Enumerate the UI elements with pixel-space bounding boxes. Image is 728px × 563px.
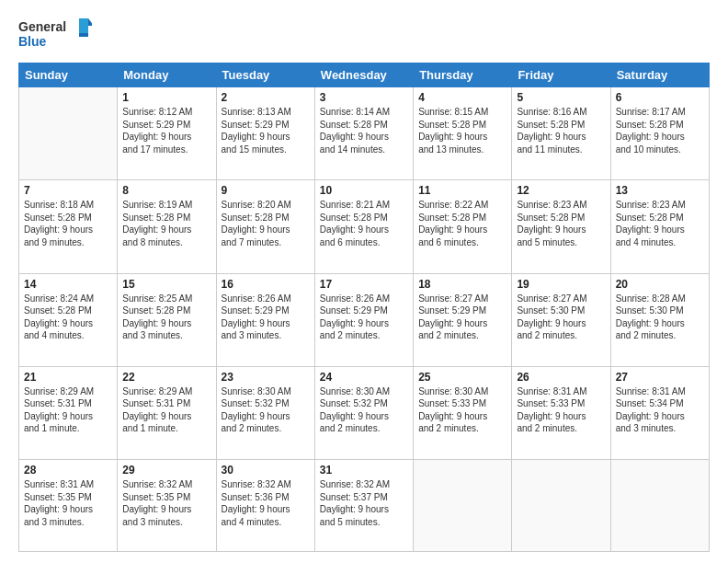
day-info: Sunrise: 8:27 AMSunset: 5:30 PMDaylight:… [517, 293, 605, 342]
day-number: 22 [122, 371, 210, 384]
calendar-cell: 1Sunrise: 8:12 AMSunset: 5:29 PMDaylight… [118, 87, 216, 180]
calendar-cell: 25Sunrise: 8:30 AMSunset: 5:33 PMDayligh… [414, 366, 512, 459]
day-info: Sunrise: 8:24 AMSunset: 5:28 PMDaylight:… [24, 293, 112, 342]
day-info: Sunrise: 8:26 AMSunset: 5:29 PMDaylight:… [222, 293, 310, 342]
calendar-cell: 23Sunrise: 8:30 AMSunset: 5:32 PMDayligh… [216, 366, 314, 459]
day-info: Sunrise: 8:29 AMSunset: 5:31 PMDaylight:… [122, 385, 210, 435]
calendar-header-row: SundayMondayTuesdayWednesdayThursdayFrid… [19, 63, 710, 87]
calendar-cell: 30Sunrise: 8:32 AMSunset: 5:36 PMDayligh… [216, 460, 314, 552]
day-info: Sunrise: 8:23 AMSunset: 5:28 PMDaylight:… [517, 199, 605, 248]
day-number: 16 [222, 278, 310, 291]
day-number: 21 [24, 371, 112, 384]
svg-text:Blue: Blue [18, 34, 47, 49]
day-info: Sunrise: 8:28 AMSunset: 5:30 PMDaylight:… [616, 293, 704, 342]
calendar-day-header: Tuesday [216, 63, 314, 87]
day-info: Sunrise: 8:15 AMSunset: 5:28 PMDaylight:… [418, 106, 506, 155]
day-number: 5 [517, 91, 605, 104]
day-info: Sunrise: 8:32 AMSunset: 5:36 PMDaylight:… [222, 478, 310, 528]
day-info: Sunrise: 8:12 AMSunset: 5:29 PMDaylight:… [122, 106, 210, 155]
week-row: 21Sunrise: 8:29 AMSunset: 5:31 PMDayligh… [19, 366, 710, 459]
calendar-cell: 19Sunrise: 8:27 AMSunset: 5:30 PMDayligh… [512, 273, 610, 366]
day-number: 29 [122, 464, 210, 477]
day-number: 2 [222, 91, 310, 104]
day-number: 27 [616, 371, 704, 384]
week-row: 28Sunrise: 8:31 AMSunset: 5:35 PMDayligh… [19, 460, 710, 552]
svg-marker-4 [79, 33, 88, 37]
day-number: 9 [222, 184, 310, 197]
day-number: 23 [222, 371, 310, 384]
calendar-cell: 22Sunrise: 8:29 AMSunset: 5:31 PMDayligh… [118, 366, 216, 459]
day-info: Sunrise: 8:31 AMSunset: 5:34 PMDaylight:… [616, 385, 704, 435]
calendar-cell: 17Sunrise: 8:26 AMSunset: 5:29 PMDayligh… [314, 273, 413, 366]
day-info: Sunrise: 8:27 AMSunset: 5:29 PMDaylight:… [418, 293, 506, 342]
day-number: 4 [418, 91, 506, 104]
calendar-cell: 15Sunrise: 8:25 AMSunset: 5:28 PMDayligh… [118, 273, 216, 366]
day-info: Sunrise: 8:29 AMSunset: 5:31 PMDaylight:… [24, 385, 112, 435]
day-info: Sunrise: 8:30 AMSunset: 5:33 PMDaylight:… [418, 385, 506, 435]
day-info: Sunrise: 8:20 AMSunset: 5:28 PMDaylight:… [222, 199, 310, 248]
day-info: Sunrise: 8:32 AMSunset: 5:35 PMDaylight:… [122, 478, 210, 528]
calendar-cell: 5Sunrise: 8:16 AMSunset: 5:28 PMDaylight… [512, 87, 610, 180]
day-number: 1 [122, 91, 210, 104]
day-info: Sunrise: 8:17 AMSunset: 5:28 PMDaylight:… [616, 106, 704, 155]
header: General Blue [18, 17, 710, 53]
day-number: 14 [24, 278, 112, 291]
svg-marker-3 [88, 18, 92, 26]
calendar-table: SundayMondayTuesdayWednesdayThursdayFrid… [18, 63, 710, 552]
calendar-cell: 13Sunrise: 8:23 AMSunset: 5:28 PMDayligh… [610, 180, 709, 273]
week-row: 1Sunrise: 8:12 AMSunset: 5:29 PMDaylight… [19, 87, 710, 180]
day-number: 7 [24, 184, 112, 197]
day-number: 11 [418, 184, 506, 197]
calendar-cell: 12Sunrise: 8:23 AMSunset: 5:28 PMDayligh… [512, 180, 610, 273]
calendar-cell: 9Sunrise: 8:20 AMSunset: 5:28 PMDaylight… [216, 180, 314, 273]
day-number: 6 [616, 91, 704, 104]
day-number: 24 [320, 371, 408, 384]
day-info: Sunrise: 8:32 AMSunset: 5:37 PMDaylight:… [320, 478, 408, 528]
day-number: 19 [517, 278, 605, 291]
day-number: 26 [517, 371, 605, 384]
day-number: 25 [418, 371, 506, 384]
calendar-cell: 11Sunrise: 8:22 AMSunset: 5:28 PMDayligh… [414, 180, 512, 273]
calendar-cell: 18Sunrise: 8:27 AMSunset: 5:29 PMDayligh… [414, 273, 512, 366]
calendar-day-header: Sunday [19, 63, 118, 87]
calendar-day-header: Friday [512, 63, 610, 87]
day-number: 20 [616, 278, 704, 291]
day-number: 28 [24, 464, 112, 477]
day-number: 10 [320, 184, 408, 197]
calendar-cell: 31Sunrise: 8:32 AMSunset: 5:37 PMDayligh… [314, 460, 413, 552]
day-info: Sunrise: 8:19 AMSunset: 5:28 PMDaylight:… [122, 199, 210, 248]
day-number: 15 [122, 278, 210, 291]
calendar-cell: 6Sunrise: 8:17 AMSunset: 5:28 PMDaylight… [610, 87, 709, 180]
day-info: Sunrise: 8:21 AMSunset: 5:28 PMDaylight:… [320, 199, 408, 248]
calendar-cell: 7Sunrise: 8:18 AMSunset: 5:28 PMDaylight… [19, 180, 118, 273]
day-number: 13 [616, 184, 704, 197]
day-number: 31 [320, 464, 408, 477]
calendar-day-header: Monday [118, 63, 216, 87]
day-number: 17 [320, 278, 408, 291]
calendar-cell: 10Sunrise: 8:21 AMSunset: 5:28 PMDayligh… [314, 180, 413, 273]
day-info: Sunrise: 8:14 AMSunset: 5:28 PMDaylight:… [320, 106, 408, 155]
day-info: Sunrise: 8:16 AMSunset: 5:28 PMDaylight:… [517, 106, 605, 155]
calendar-cell: 8Sunrise: 8:19 AMSunset: 5:28 PMDaylight… [118, 180, 216, 273]
day-number: 3 [320, 91, 408, 104]
day-number: 8 [122, 184, 210, 197]
calendar-cell [414, 460, 512, 552]
calendar-cell [512, 460, 610, 552]
day-number: 30 [222, 464, 310, 477]
calendar-cell: 29Sunrise: 8:32 AMSunset: 5:35 PMDayligh… [118, 460, 216, 552]
calendar-cell [610, 460, 709, 552]
day-info: Sunrise: 8:31 AMSunset: 5:35 PMDaylight:… [24, 478, 112, 528]
calendar-cell: 24Sunrise: 8:30 AMSunset: 5:32 PMDayligh… [314, 366, 413, 459]
day-info: Sunrise: 8:13 AMSunset: 5:29 PMDaylight:… [222, 106, 310, 155]
svg-marker-2 [79, 18, 88, 33]
week-row: 14Sunrise: 8:24 AMSunset: 5:28 PMDayligh… [19, 273, 710, 366]
calendar-cell: 3Sunrise: 8:14 AMSunset: 5:28 PMDaylight… [314, 87, 413, 180]
calendar-cell: 4Sunrise: 8:15 AMSunset: 5:28 PMDaylight… [414, 87, 512, 180]
day-info: Sunrise: 8:23 AMSunset: 5:28 PMDaylight:… [616, 199, 704, 248]
day-info: Sunrise: 8:30 AMSunset: 5:32 PMDaylight:… [222, 385, 310, 435]
logo: General Blue [18, 17, 92, 53]
calendar-day-header: Saturday [610, 63, 709, 87]
day-info: Sunrise: 8:18 AMSunset: 5:28 PMDaylight:… [24, 199, 112, 248]
calendar-cell: 21Sunrise: 8:29 AMSunset: 5:31 PMDayligh… [19, 366, 118, 459]
logo-svg: General Blue [18, 17, 92, 53]
